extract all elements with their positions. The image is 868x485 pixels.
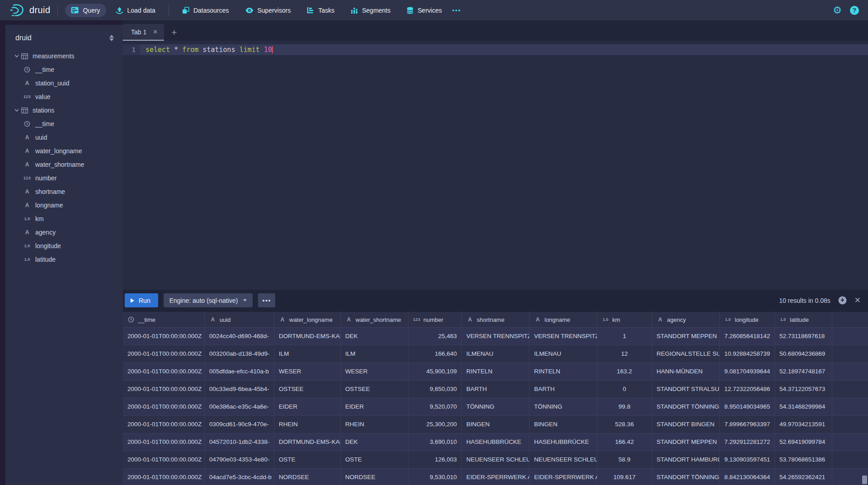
cell-km[interactable]: 109.617 <box>597 469 652 485</box>
cell-agency[interactable]: STANDORT TÖNNING <box>652 398 720 415</box>
tree-item-water-shortname[interactable]: Awater_shortname <box>5 158 123 171</box>
cell-latitude[interactable]: 52.69419099784 <box>775 433 832 451</box>
column-header-agency[interactable]: Aagency <box>652 312 720 327</box>
close-results-icon[interactable]: ✕ <box>854 296 861 305</box>
cell-longname[interactable]: VERSEN TRENNSPITZE <box>530 328 597 345</box>
cell-agency[interactable]: STANDORT BINGEN <box>652 416 720 433</box>
cell-number[interactable]: 3,690,010 <box>408 433 462 451</box>
cell-water-shortname[interactable]: EIDER <box>341 398 408 415</box>
cell-agency[interactable]: HANN-MÜNDEN <box>652 363 720 380</box>
tree-item-shortname[interactable]: Ashortname <box>5 185 123 198</box>
cell-longname[interactable]: NEUENSEER SCHLEUSE <box>530 451 597 468</box>
tree-item-km[interactable]: 1.0km <box>5 212 123 226</box>
column-header-number[interactable]: 123number <box>408 312 462 327</box>
tree-item-longname[interactable]: Alongname <box>5 198 123 212</box>
cell-shortname[interactable]: VERSEN TRENNSPITZE <box>462 328 530 345</box>
add-tab-button[interactable]: + <box>171 27 177 38</box>
cell-shortname[interactable]: TÖNNING <box>462 398 530 415</box>
tree-item-measurements[interactable]: measurements <box>5 49 123 63</box>
tree-item-agency[interactable]: Aagency <box>5 226 123 239</box>
cell-water-longname[interactable]: ILM <box>274 345 341 363</box>
tree-item-value[interactable]: 123value <box>5 90 123 104</box>
cell-latitude[interactable]: 54.26592362421 <box>775 469 832 485</box>
nav-item-supervisors[interactable]: Supervisors <box>239 4 297 17</box>
sql-line-1[interactable]: 1 select * from stations limit 10 <box>123 44 868 55</box>
cell-water-shortname[interactable]: WESER <box>341 363 408 380</box>
cell---time[interactable]: 2000-01-01T00:00:00.000Z <box>123 381 205 398</box>
cell-longname[interactable]: RINTELN <box>530 363 597 380</box>
cell-longname[interactable]: ILMENAU <box>530 345 597 363</box>
cell-water-shortname[interactable]: DEK <box>341 433 408 451</box>
cell-longitude[interactable]: 7.899667963397 <box>720 416 775 433</box>
cell-water-longname[interactable]: OSTSEE <box>274 381 341 398</box>
cell-water-longname[interactable]: NORDSEE <box>274 469 341 485</box>
nav-item-query[interactable]: Query <box>65 4 106 17</box>
cell---time[interactable]: 2000-01-01T00:00:00.000Z <box>123 398 205 415</box>
cell-water-shortname[interactable]: OSTE <box>341 451 408 468</box>
cell-agency[interactable]: STANDORT STRALSUND <box>652 381 720 398</box>
cell---time[interactable]: 2000-01-01T00:00:00.000Z <box>123 328 205 345</box>
cell-km[interactable]: 58.9 <box>597 451 652 468</box>
cell-uuid[interactable]: 00e386ac-e35c-4a6e- <box>205 398 274 415</box>
cell-longname[interactable]: HASEHUBBRÜCKE <box>530 433 597 451</box>
chevron-down-icon[interactable] <box>14 108 20 113</box>
cell-km[interactable]: 163.2 <box>597 363 652 380</box>
cell-water-longname[interactable]: EIDER <box>274 398 341 415</box>
cell-number[interactable]: 25,300,200 <box>408 416 462 433</box>
cell-longitude[interactable]: 9.130903597451 <box>720 451 775 468</box>
column-header-km[interactable]: 1.0km <box>597 312 652 327</box>
column-header-water-longname[interactable]: Awater_longname <box>274 312 341 327</box>
column-header-uuid[interactable]: Auuid <box>205 312 274 327</box>
tree-item-uuid[interactable]: Auuid <box>5 131 123 144</box>
cell-longname[interactable]: BARTH <box>530 381 597 398</box>
tree-item-stations[interactable]: stations <box>5 104 123 117</box>
cell-water-longname[interactable]: WESER <box>274 363 341 380</box>
cell-uuid[interactable]: 0024cc40-d690-468d- <box>205 328 274 345</box>
cell-latitude[interactable]: 54.37122057673 <box>775 381 832 398</box>
cell-water-longname[interactable]: OSTE <box>274 451 341 468</box>
cell-longname[interactable]: EIDER-SPERRWERK AP <box>530 469 597 485</box>
nav-item-load-data[interactable]: Load data <box>110 4 161 17</box>
cell-shortname[interactable]: ILMENAU <box>462 345 530 363</box>
tree-item-station-uuid[interactable]: Astation_uuid <box>5 76 123 90</box>
column-header-shortname[interactable]: Ashortname <box>462 312 530 327</box>
cell-km[interactable]: 528.36 <box>597 416 652 433</box>
tab-tab1[interactable]: Tab 1 ✕ <box>123 24 164 41</box>
column-header-longname[interactable]: Alongname <box>530 312 597 327</box>
cell-uuid[interactable]: 00c33ed9-6bea-45b4- <box>205 381 274 398</box>
cell-agency[interactable]: REGIONALSTELLE SUHL <box>652 345 720 363</box>
cell-uuid[interactable]: 003200ab-d138-49d9- <box>205 345 274 363</box>
druid-logo[interactable]: druid <box>9 4 50 17</box>
cell-number[interactable]: 45,900,109 <box>408 363 462 380</box>
cell-number[interactable]: 9,520,070 <box>408 398 462 415</box>
cell-shortname[interactable]: NEUENSEER SCHLEUSE <box>462 451 530 468</box>
cell---time[interactable]: 2000-01-01T00:00:00.000Z <box>123 433 205 451</box>
tree-item-latitude[interactable]: 1.0latitude <box>5 253 123 266</box>
run-button[interactable]: Run <box>125 293 158 307</box>
cell-uuid[interactable]: 0309cd61-90c9-470e- <box>205 416 274 433</box>
cell-uuid[interactable]: 04acd7e5-3cbc-4cdd-b <box>205 469 274 485</box>
cell-longitude[interactable]: 9.081704939644 <box>720 363 775 380</box>
cell-water-shortname[interactable]: RHEIN <box>341 416 408 433</box>
nav-item-segments[interactable]: Segments <box>345 4 396 17</box>
cell-latitude[interactable]: 49.97034213591 <box>775 416 832 433</box>
cell-shortname[interactable]: EIDER-SPERRWERK AP <box>462 469 530 485</box>
cell---time[interactable]: 2000-01-01T00:00:00.000Z <box>123 363 205 380</box>
cell---time[interactable]: 2000-01-01T00:00:00.000Z <box>123 469 205 485</box>
tree-item-water-longname[interactable]: Awater_longname <box>5 144 123 158</box>
cell---time[interactable]: 2000-01-01T00:00:00.000Z <box>123 451 205 468</box>
column-header-longitude[interactable]: 1.0longitude <box>720 312 775 327</box>
cell-longitude[interactable]: 7.260856418142 <box>720 328 775 345</box>
sql-code[interactable]: select * from stations limit 10 <box>140 44 868 55</box>
cell-longname[interactable]: TÖNNING <box>530 398 597 415</box>
cell-water-longname[interactable]: DORTMUND-EMS-KANAL <box>274 433 341 451</box>
nav-item-services[interactable]: Services <box>401 4 448 17</box>
scrollbar-thumb[interactable] <box>862 476 867 484</box>
cell-km[interactable]: 12 <box>597 345 652 363</box>
nav-item-datasources[interactable]: Datasources <box>176 4 235 17</box>
cell-number[interactable]: 126,003 <box>408 451 462 468</box>
cell-water-shortname[interactable]: ILM <box>341 345 408 363</box>
cell-km[interactable]: 99.8 <box>597 398 652 415</box>
cell-longitude[interactable]: 8.842130064364 <box>720 469 775 485</box>
cell-water-longname[interactable]: DORTMUND-EMS-KANAL <box>274 328 341 345</box>
